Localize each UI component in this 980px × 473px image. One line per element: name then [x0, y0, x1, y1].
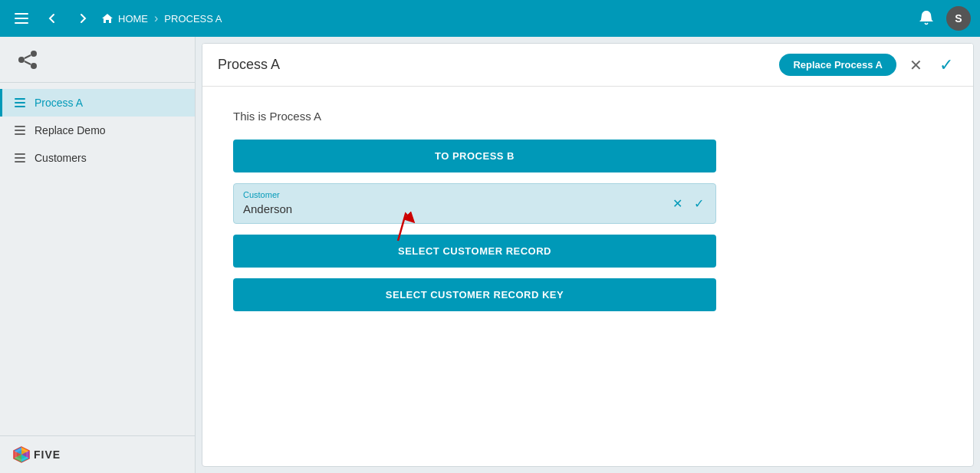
- svg-point-3: [31, 51, 37, 57]
- panel-actions: Replace Process A ✕ ✓: [779, 54, 958, 77]
- menu-lines-icon: [15, 98, 25, 107]
- five-logo: FIVE: [12, 445, 61, 464]
- five-brand-text: FIVE: [34, 448, 61, 461]
- panel-body: This is Process A TO PROCESS B Customer …: [202, 87, 973, 466]
- menu-lines-icon-2: [15, 126, 25, 135]
- replace-process-button[interactable]: Replace Process A: [779, 54, 896, 76]
- select-record-key-container: SELECT CUSTOMER RECORD KEY: [233, 278, 716, 311]
- breadcrumb-home[interactable]: HOME: [101, 13, 148, 25]
- sidebar-item-customers[interactable]: Customers: [0, 144, 195, 172]
- main-panel: Process A Replace Process A ✕ ✓ This is …: [202, 43, 974, 467]
- share-icon: [12, 44, 43, 75]
- svg-rect-2: [15, 22, 28, 24]
- topbar: HOME › PROCESS A S: [0, 0, 980, 37]
- process-description: This is Process A: [233, 110, 942, 123]
- confirm-panel-button[interactable]: ✓: [935, 54, 958, 77]
- topbar-right: S: [914, 6, 971, 31]
- svg-point-5: [31, 63, 37, 69]
- sidebar-item-label-2: Replace Demo: [35, 124, 106, 136]
- menu-lines-icon-3: [15, 153, 25, 163]
- svg-line-7: [25, 61, 31, 64]
- topbar-left: HOME › PROCESS A: [9, 6, 908, 31]
- panel-header: Process A Replace Process A ✕ ✓: [202, 44, 973, 87]
- sidebar-logo-area: [0, 37, 195, 83]
- close-panel-button[interactable]: ✕: [904, 54, 927, 77]
- sidebar-nav: Process A Replace Demo Customers: [0, 83, 195, 435]
- sidebar: Process A Replace Demo Customers: [0, 37, 196, 473]
- svg-rect-0: [15, 13, 28, 15]
- notifications-button[interactable]: [914, 6, 939, 31]
- breadcrumb-separator: ›: [154, 11, 158, 25]
- home-label: HOME: [118, 13, 148, 25]
- customer-field-actions: ✕ ✓: [668, 195, 708, 213]
- customer-field-label: Customer: [243, 190, 706, 199]
- customer-field-value: Anderson: [243, 202, 706, 215]
- sidebar-item-process-a[interactable]: Process A: [0, 89, 195, 117]
- back-button[interactable]: [40, 6, 64, 31]
- sidebar-footer: FIVE: [0, 435, 195, 473]
- sidebar-item-replace-demo[interactable]: Replace Demo: [0, 117, 195, 144]
- svg-point-4: [18, 57, 25, 63]
- svg-line-6: [25, 55, 31, 58]
- customer-field: Customer Anderson ✕ ✓: [233, 183, 716, 224]
- panel-title: Process A: [218, 57, 779, 73]
- to-process-b-button[interactable]: TO PROCESS B: [233, 140, 716, 172]
- breadcrumb-process: PROCESS A: [164, 13, 222, 25]
- select-customer-record-key-button[interactable]: SELECT CUSTOMER RECORD KEY: [233, 278, 716, 311]
- sidebar-item-label: Process A: [35, 97, 83, 109]
- confirm-customer-button[interactable]: ✓: [689, 195, 708, 213]
- select-customer-record-button[interactable]: SELECT CUSTOMER RECORD: [233, 235, 716, 268]
- five-logo-icon: [12, 445, 31, 464]
- hamburger-menu-button[interactable]: [9, 6, 34, 31]
- sidebar-item-label-3: Customers: [35, 152, 87, 164]
- layout: Process A Replace Demo Customers: [0, 37, 980, 473]
- clear-customer-button[interactable]: ✕: [668, 195, 686, 213]
- select-record-container: SELECT CUSTOMER RECORD: [233, 235, 716, 268]
- process-label: PROCESS A: [164, 13, 222, 25]
- user-avatar[interactable]: S: [946, 6, 971, 31]
- forward-button[interactable]: [71, 6, 95, 31]
- svg-rect-1: [15, 18, 28, 19]
